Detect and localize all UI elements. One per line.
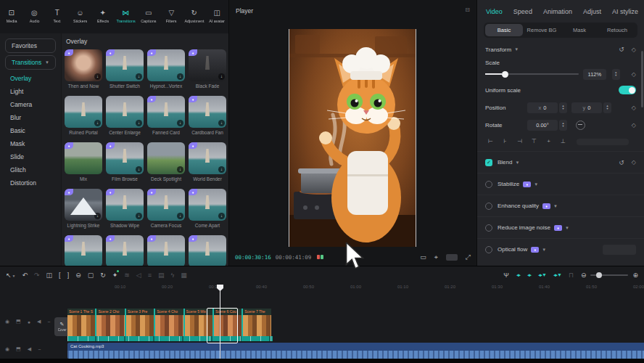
select-tool-button[interactable]: ↖▼ xyxy=(6,271,16,280)
position-x-stepper[interactable]: ▲▼ xyxy=(559,102,567,113)
transition-item-item[interactable]: ♦ xyxy=(106,235,144,266)
preview-video[interactable] xyxy=(289,29,416,247)
collapse-track-icon[interactable]: − xyxy=(38,347,41,352)
timeline-clip-scene-6-cou[interactable]: Scene 6 Cou xyxy=(214,309,243,336)
sidebar-item-distortion[interactable]: Distortion xyxy=(0,176,61,189)
toolbar-effects[interactable]: ✦Effects xyxy=(91,9,115,23)
keyframe-add-button[interactable]: ◂▸▼ xyxy=(538,272,546,278)
preview-focus-icon[interactable]: ⌖ xyxy=(434,253,438,261)
download-icon[interactable]: ↓ xyxy=(177,166,183,173)
position-y-stepper[interactable]: ▲▼ xyxy=(603,102,611,113)
scale-stepper[interactable]: ▲▼ xyxy=(612,69,620,80)
stabilize-checkbox[interactable] xyxy=(485,181,492,188)
tab-video[interactable]: Video xyxy=(486,8,503,15)
rotate-value-field[interactable]: 0.00° xyxy=(527,120,558,131)
transition-item-ruined-portal[interactable]: ↓Ruined Portal xyxy=(65,96,102,136)
tracks-tool-button[interactable]: ≡ xyxy=(148,271,152,280)
transition-item-hypnot-vortex[interactable]: ♦↓Hypnot...Vortex xyxy=(147,49,185,89)
snapping-button[interactable]: ⊓ xyxy=(569,271,574,280)
optical-flow-checkbox[interactable] xyxy=(485,246,492,253)
download-icon[interactable]: ↓ xyxy=(94,213,101,219)
subtab-retouch[interactable]: Retouch xyxy=(598,24,636,36)
align-icon-2[interactable]: ⊣ xyxy=(514,137,525,146)
download-icon[interactable]: ↓ xyxy=(218,73,225,80)
transition-item-mix[interactable]: ♦Mix xyxy=(65,142,102,182)
scale-keyframe-icon[interactable]: ◇ xyxy=(632,71,636,78)
smart-tools-button[interactable]: ✦ xyxy=(112,271,118,280)
solo-track-icon[interactable]: ● xyxy=(28,319,30,325)
mute-track-icon[interactable]: ◀ xyxy=(37,319,41,325)
sidebar-item-blur[interactable]: Blur xyxy=(0,111,61,124)
sidebar-item-slide[interactable]: Slide xyxy=(0,150,61,163)
uniform-scale-toggle[interactable] xyxy=(619,86,636,94)
trim-left-button[interactable]: [ xyxy=(59,271,61,280)
transition-item-world-bender[interactable]: ♦↓World Bender xyxy=(189,142,226,182)
transition-item-black-fade[interactable]: ♦↓Black Fade xyxy=(189,49,226,89)
quality-badge-icon[interactable] xyxy=(446,254,458,261)
position-y-field[interactable]: y0 xyxy=(571,102,602,113)
keyframe-diamond-icon[interactable]: ◇ xyxy=(632,46,636,53)
reset-transform-icon[interactable]: ↺ xyxy=(619,46,624,53)
transition-item-deck-spotlight[interactable]: ↓Deck Spotlight xyxy=(147,142,185,182)
download-icon[interactable]: ↓ xyxy=(177,73,183,80)
align-icon-5[interactable]: ⊥ xyxy=(558,137,569,146)
toolbar-audio[interactable]: ◎Audio xyxy=(23,9,46,23)
transition-item-camera-focus[interactable]: ♦↓Camera Focus xyxy=(147,189,185,229)
toolbar-transitions[interactable]: ⋈Transitions xyxy=(115,9,138,23)
hide-track-icon[interactable]: ◉ xyxy=(5,319,9,325)
hide-track-icon[interactable]: ◉ xyxy=(5,346,9,352)
blend-checkbox[interactable]: ✓ xyxy=(485,159,492,166)
inspector-scrollbar[interactable] xyxy=(641,51,643,107)
auto-keyframe-button[interactable]: ◂▸ xyxy=(516,272,520,278)
position-x-field[interactable]: x0 xyxy=(527,102,558,113)
transition-item-item[interactable]: ♦ xyxy=(147,235,185,266)
timeline-clip-scene-4-cho[interactable]: Scene 4 Cho xyxy=(155,309,184,336)
align-icon-0[interactable]: ⊢ xyxy=(485,137,496,146)
timeline-clip-scene-2-cho[interactable]: Scene 2 Cho xyxy=(96,309,125,336)
reset-icon[interactable]: ↺ xyxy=(619,159,624,166)
chevron-down-icon[interactable]: ▼ xyxy=(565,226,569,230)
sidebar-item-transitions[interactable]: Transitions▼ xyxy=(5,55,56,70)
sidebar-item-mask[interactable]: Mask xyxy=(0,137,61,150)
record-voiceover-button[interactable]: Ψ xyxy=(503,271,509,280)
transition-item-item[interactable]: ♦ xyxy=(65,235,102,266)
keyframe-prev-button[interactable]: ◂▸ xyxy=(527,272,531,278)
transition-item-center-enlarge[interactable]: ↓Center Enlarge xyxy=(106,96,144,136)
rotate-dial[interactable] xyxy=(576,121,585,130)
subtab-remove-bg[interactable]: Remove BG xyxy=(523,24,561,36)
timeline-clip-scene-3-pre[interactable]: Scene 3 Pre xyxy=(126,309,155,336)
rotate-keyframe-icon[interactable]: ◇ xyxy=(632,122,636,129)
align-icon-1[interactable]: ⊦ xyxy=(500,137,511,146)
transition-item-then-and-now[interactable]: ♦↓Then and Now xyxy=(65,49,102,89)
delete-button[interactable]: ⊖ xyxy=(75,271,81,280)
download-icon[interactable]: ↓ xyxy=(218,120,225,126)
download-icon[interactable]: ↓ xyxy=(94,120,101,126)
transition-item-come-apart[interactable]: ♦↓Come Apart xyxy=(189,189,226,229)
toolbar-adjustment[interactable]: ↻Adjustment xyxy=(183,9,206,23)
mixer-tool-button[interactable]: ▤ xyxy=(158,271,165,280)
chevron-down-icon[interactable]: ▼ xyxy=(515,160,519,165)
chevron-down-icon[interactable]: ▼ xyxy=(553,204,558,208)
keyframe-diamond-icon[interactable]: ◇ xyxy=(632,159,636,166)
zoom-in-button[interactable]: ⊕ xyxy=(632,271,638,280)
undo-button[interactable]: ↶ xyxy=(22,271,28,280)
transition-item-shutter-switch[interactable]: ♦↓Shutter Switch xyxy=(106,49,144,89)
audio-clip[interactable]: Cat Cooking.mp3 xyxy=(67,343,644,359)
fullscreen-icon[interactable]: ⤢ xyxy=(466,253,471,261)
audio-tool-button[interactable]: ◁ xyxy=(136,271,141,280)
chevron-down-icon[interactable]: ▼ xyxy=(514,47,519,52)
scale-slider-handle[interactable] xyxy=(502,71,508,78)
scale-value-field[interactable]: 112% xyxy=(583,69,606,80)
chevron-down-icon[interactable]: ▼ xyxy=(534,182,538,187)
transition-item-lightning-strike[interactable]: ♦↓Lightning Strike xyxy=(65,189,102,229)
rotate-stepper[interactable]: ▲▼ xyxy=(559,120,567,131)
download-icon[interactable]: ↓ xyxy=(136,120,142,126)
mute-track-icon[interactable]: ◀ xyxy=(28,346,31,352)
toolbar-captions[interactable]: ▭Captions xyxy=(137,9,160,23)
tab-speed[interactable]: Speed xyxy=(513,8,532,15)
toolbar-text[interactable]: TText xyxy=(46,9,69,23)
redo-button[interactable]: ↷ xyxy=(34,271,40,280)
sidebar-item-glitch[interactable]: Glitch xyxy=(0,163,61,176)
download-icon[interactable]: ↓ xyxy=(177,120,183,126)
freeze-frame-button[interactable]: ▢ xyxy=(88,271,94,280)
